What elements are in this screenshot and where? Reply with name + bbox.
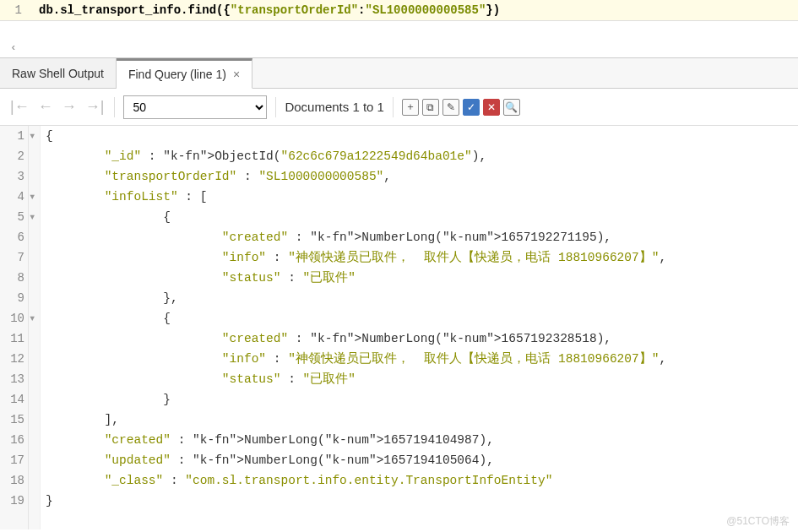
toolbar-icon-group: ＋ ⧉ ✎ ✓ ✕ 🔍 [402,99,520,116]
scroll-left-icon[interactable]: ‹ [10,41,17,54]
results-viewer[interactable]: 12345678910111213141516171819 ▾▾▾▾ { "_i… [0,126,798,529]
nav-prev-icon[interactable]: ← [36,98,55,116]
nav-last-icon[interactable]: →| [84,98,106,116]
close-icon[interactable]: × [233,68,240,81]
query-editor[interactable]: 1 db.sl_transport_info.find({"transportO… [0,0,798,21]
query-key: "transportOrderId" [231,3,358,17]
query-value: "SL1000000000585" [366,3,486,17]
tab-raw-shell-output[interactable]: Raw Shell Output [0,58,117,88]
colon-punc: : [358,3,365,17]
tab-find-label: Find Query (line 1) [128,68,226,81]
toolbar-divider [275,97,276,117]
editor-scroll-strip: ‹ [0,21,798,58]
nav-arrow-group: |← ← → →| [8,98,106,116]
add-document-icon[interactable]: ＋ [402,99,419,116]
tab-raw-label: Raw Shell Output [12,67,104,80]
query-prefix: db.sl_transport_info.find [39,3,216,17]
copy-document-icon[interactable]: ⧉ [422,99,439,116]
validate-icon[interactable]: ✓ [463,99,480,116]
gutter-line-numbers: 12345678910111213141516171819 [0,126,29,529]
nav-first-icon[interactable]: |← [8,98,31,116]
edit-document-icon[interactable]: ✎ [442,99,459,116]
result-code[interactable]: { "_id" : "k-fn">ObjectId("62c6c679a1222… [41,126,798,529]
inspect-document-icon[interactable]: 🔍 [503,99,520,116]
delete-document-icon[interactable]: ✕ [483,99,500,116]
tab-find-query[interactable]: Find Query (line 1) × [117,58,252,89]
fold-column: ▾▾▾▾ [29,126,41,529]
toolbar-divider [393,97,394,117]
close-punc: }) [486,3,500,17]
nav-next-icon[interactable]: → [60,98,79,116]
toolbar-divider [114,97,115,117]
open-punc: ({ [216,3,231,17]
limit-select[interactable]: 50 [123,95,267,119]
results-toolbar: |← ← → →| 50 Documents 1 to 1 ＋ ⧉ ✎ ✓ ✕ … [0,89,798,126]
query-text[interactable]: db.sl_transport_info.find({"transportOrd… [39,3,798,17]
document-count-label: Documents 1 to 1 [285,100,384,114]
query-line-number: 1 [0,3,27,17]
result-tabs: Raw Shell Output Find Query (line 1) × [0,58,798,89]
